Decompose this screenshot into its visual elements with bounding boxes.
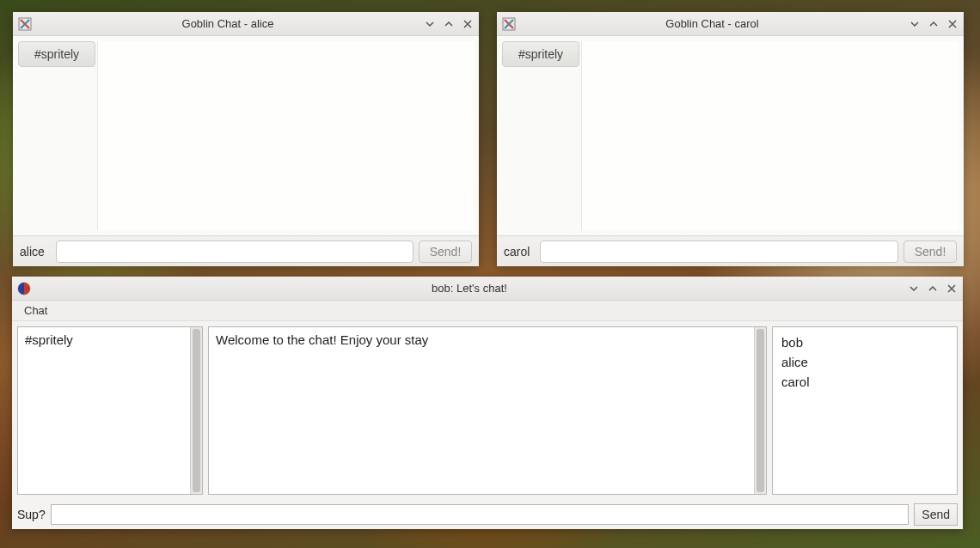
input-bar: alice Send!	[13, 235, 479, 266]
window-alice: Goblin Chat - alice #spritely alice Send…	[13, 12, 479, 266]
channel-button[interactable]: #spritely	[502, 41, 579, 67]
window-body: #spritely Welcome to the chat! Enjoy you…	[12, 321, 963, 500]
window-bob: bob: Let's chat! Chat #spritely Welcome …	[12, 277, 963, 529]
messages-pane[interactable]	[581, 41, 959, 230]
scrollbar[interactable]	[754, 327, 766, 494]
channels-panel: #spritely	[17, 326, 203, 495]
message-input[interactable]	[56, 241, 413, 263]
maximize-icon[interactable]	[928, 18, 940, 30]
app-icon	[17, 282, 31, 295]
window-controls	[908, 283, 958, 295]
window-body: #spritely	[497, 36, 964, 235]
users-panel: bob alice carol	[772, 326, 958, 495]
channel-item[interactable]: #spritely	[25, 332, 183, 347]
window-title: Goblin Chat - carol	[521, 17, 903, 30]
user-item[interactable]: bob	[780, 332, 950, 352]
minimize-icon[interactable]	[909, 18, 921, 30]
app-icon	[18, 17, 32, 31]
username-label: carol	[504, 245, 535, 259]
channel-sidebar: #spritely	[18, 41, 95, 230]
scrollbar-thumb[interactable]	[756, 329, 764, 492]
window-body: #spritely	[13, 36, 479, 235]
send-button[interactable]: Send!	[419, 241, 472, 263]
users-list[interactable]: bob alice carol	[773, 327, 957, 494]
channels-list[interactable]: #spritely	[18, 327, 190, 494]
message-input[interactable]	[540, 241, 898, 263]
titlebar[interactable]: Goblin Chat - carol	[497, 12, 964, 36]
menu-chat[interactable]: Chat	[19, 302, 52, 319]
maximize-icon[interactable]	[443, 18, 455, 30]
messages-content[interactable]: Welcome to the chat! Enjoy your stay	[209, 327, 754, 494]
send-button[interactable]: Send	[914, 503, 958, 526]
input-bar: carol Send!	[497, 235, 964, 266]
user-item[interactable]: carol	[780, 372, 950, 392]
minimize-icon[interactable]	[424, 18, 436, 30]
messages-panel: Welcome to the chat! Enjoy your stay	[208, 326, 767, 495]
menubar: Chat	[12, 301, 963, 321]
window-controls	[909, 18, 959, 30]
close-icon[interactable]	[462, 18, 474, 30]
send-button[interactable]: Send!	[903, 241, 957, 263]
message-line: Welcome to the chat! Enjoy your stay	[216, 332, 747, 347]
close-icon[interactable]	[946, 283, 958, 295]
app-icon	[502, 17, 516, 31]
messages-pane[interactable]	[97, 41, 474, 230]
username-label: alice	[20, 245, 51, 259]
window-title: Goblin Chat - alice	[37, 17, 419, 30]
scrollbar-thumb[interactable]	[193, 329, 200, 492]
user-item[interactable]: alice	[780, 352, 950, 372]
close-icon[interactable]	[946, 18, 959, 30]
window-carol: Goblin Chat - carol #spritely carol Send…	[497, 12, 964, 266]
minimize-icon[interactable]	[908, 283, 920, 295]
message-input[interactable]	[51, 504, 910, 525]
channel-button[interactable]: #spritely	[18, 41, 95, 67]
input-prompt: Sup?	[17, 508, 46, 521]
channel-sidebar: #spritely	[502, 41, 579, 230]
window-controls	[424, 18, 474, 30]
scrollbar[interactable]	[190, 327, 202, 494]
window-title: bob: Let's chat!	[36, 282, 903, 295]
titlebar[interactable]: Goblin Chat - alice	[13, 12, 479, 36]
titlebar[interactable]: bob: Let's chat!	[12, 277, 963, 301]
maximize-icon[interactable]	[927, 283, 939, 295]
input-bar: Sup? Send	[12, 500, 963, 529]
